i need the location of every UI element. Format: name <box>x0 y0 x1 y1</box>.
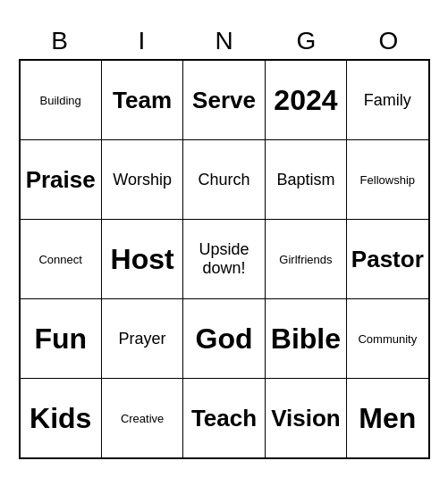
bingo-cell-4-4: Men <box>347 379 427 457</box>
bingo-grid: BuildingTeamServe2024FamilyPraiseWorship… <box>19 59 430 459</box>
bingo-cell-0-3: 2024 <box>266 61 347 139</box>
bingo-row-1: PraiseWorshipChurchBaptismFellowship <box>21 140 428 220</box>
bingo-cell-4-3: Vision <box>266 379 347 457</box>
bingo-cell-2-2: Upside down! <box>183 220 265 298</box>
header-letter-G: G <box>266 27 348 55</box>
bingo-cell-0-2: Serve <box>183 61 265 139</box>
bingo-cell-1-4: Fellowship <box>347 140 427 219</box>
bingo-cell-3-0: Fun <box>21 299 102 378</box>
bingo-cell-2-1: Host <box>102 220 183 298</box>
bingo-cell-0-0: Building <box>21 61 102 139</box>
bingo-card: BINGO BuildingTeamServe2024FamilyPraiseW… <box>10 18 439 468</box>
header-letter-I: I <box>101 27 183 55</box>
bingo-cell-3-3: Bible <box>266 299 347 378</box>
bingo-cell-3-4: Community <box>347 299 427 378</box>
bingo-header: BINGO <box>19 27 430 55</box>
bingo-row-3: FunPrayerGodBibleCommunity <box>21 299 428 379</box>
bingo-cell-1-1: Worship <box>102 140 183 219</box>
bingo-cell-4-2: Teach <box>183 379 265 457</box>
bingo-cell-2-4: Pastor <box>347 220 427 298</box>
bingo-cell-1-0: Praise <box>21 140 102 219</box>
header-letter-B: B <box>19 27 101 55</box>
bingo-cell-3-2: God <box>183 299 265 378</box>
bingo-cell-1-2: Church <box>183 140 265 219</box>
bingo-cell-2-0: Connect <box>21 220 102 298</box>
bingo-cell-1-3: Baptism <box>266 140 347 219</box>
bingo-row-0: BuildingTeamServe2024Family <box>21 61 428 140</box>
header-letter-O: O <box>348 27 430 55</box>
bingo-cell-3-1: Prayer <box>102 299 183 378</box>
bingo-cell-0-4: Family <box>347 61 427 139</box>
bingo-cell-4-1: Creative <box>102 379 183 457</box>
bingo-cell-2-3: Girlfriends <box>266 220 347 298</box>
header-letter-N: N <box>183 27 266 55</box>
bingo-row-2: ConnectHostUpside down!GirlfriendsPastor <box>21 220 428 299</box>
bingo-cell-0-1: Team <box>102 61 183 139</box>
bingo-cell-4-0: Kids <box>21 379 102 457</box>
bingo-row-4: KidsCreativeTeachVisionMen <box>21 379 428 457</box>
